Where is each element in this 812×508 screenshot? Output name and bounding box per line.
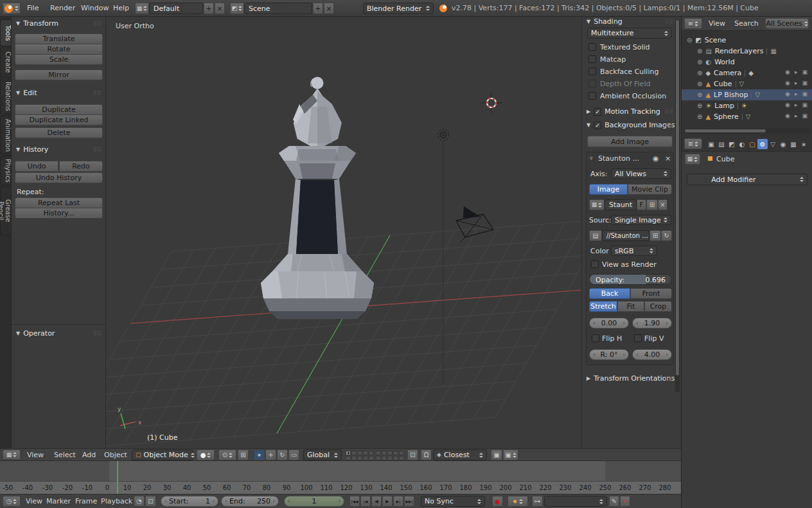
selectability-icon[interactable]: ▸ (795, 91, 798, 97)
fake-user-button[interactable]: F (637, 199, 646, 210)
scene-lock-toggle[interactable]: ⊡ (407, 449, 418, 460)
snap-toggle[interactable]: Ω (421, 449, 432, 460)
timeline-ruler[interactable]: -50-40-30-20-100102030405060708090100110… (0, 481, 681, 494)
tab-physics[interactable]: ∗ (799, 139, 809, 149)
insert-keyframe-button[interactable]: ✎ (609, 496, 619, 507)
screen-layout-browse-button[interactable]: ▦ (135, 3, 149, 14)
panel-grip-icon[interactable]: ⠿⠿ (93, 90, 102, 96)
ambient-occlusion-checkbox[interactable] (588, 92, 596, 100)
menu-search[interactable]: Search (734, 17, 759, 30)
visibility-eye-icon[interactable]: ◉ (785, 91, 790, 97)
end-frame-field[interactable]: ‹ End: 250 › (221, 496, 279, 507)
expand-icon[interactable]: ⊕ (697, 114, 702, 120)
image-path-field[interactable]: //Staunton ... (602, 230, 649, 241)
lamp-object[interactable] (438, 130, 449, 141)
translate-button[interactable]: Translate (15, 33, 103, 44)
blender-splash-icon[interactable] (439, 5, 447, 12)
axis-dropdown[interactable]: All Views (611, 168, 671, 179)
selectability-icon[interactable]: ▸ (795, 102, 798, 108)
shading-panel-header[interactable]: ▼ Shading (587, 17, 622, 26)
menu-view[interactable]: View (26, 494, 42, 508)
panel-grip-icon[interactable]: ⠿⠿ (665, 109, 673, 115)
operator-panel-header[interactable]: ▼ Operator (16, 329, 55, 338)
editor-type-properties-button[interactable]: ≣ (684, 138, 702, 149)
fit-toggle[interactable]: Fit (617, 301, 644, 312)
jump-to-start-button[interactable]: |◀◀ (349, 496, 360, 507)
backface-culling-checkbox[interactable] (588, 68, 596, 75)
stretch-toggle[interactable]: Stretch (589, 301, 617, 312)
renderability-icon[interactable]: ▣ (802, 80, 808, 86)
tab-modifiers[interactable]: ⚙ (757, 139, 768, 149)
textured-solid-checkbox[interactable] (588, 43, 596, 51)
eye-icon[interactable]: ◉ (653, 155, 659, 162)
rotation-field[interactable]: ‹R: 0°› (589, 349, 629, 360)
tab-render[interactable]: ▣ (706, 139, 716, 149)
menu-playback[interactable]: Playback (101, 494, 132, 508)
motion-tracking-checkbox[interactable]: ✓ (594, 108, 601, 116)
image-preview-button[interactable]: ▤ (589, 230, 602, 241)
editor-type-info-button[interactable] (3, 3, 21, 14)
rotate-button[interactable]: Rotate (15, 44, 103, 55)
jump-to-prev-keyframe-button[interactable]: |◀ (360, 496, 371, 507)
layers-widget-group-1[interactable] (346, 451, 374, 460)
chess-bishop-model[interactable] (261, 77, 374, 320)
selectability-icon[interactable]: ▸ (795, 69, 798, 75)
tab-scene[interactable]: ◩ (727, 139, 737, 149)
tab-object[interactable]: ▢ (747, 139, 757, 149)
renderability-icon[interactable]: ▣ (802, 69, 808, 75)
scale-manipulator-toggle[interactable]: ▭ (288, 449, 299, 460)
render-engine-dropdown[interactable]: Blender Render (363, 3, 434, 14)
context-browse-button[interactable]: ▦ (685, 154, 700, 165)
renderability-icon[interactable]: ▣ (802, 91, 808, 97)
image-datablock-field[interactable]: Staunt (605, 199, 637, 210)
toolshelf-tab-tools[interactable]: Tools (0, 19, 12, 46)
scale-button[interactable]: Scale (15, 54, 103, 65)
add-modifier-dropdown[interactable]: Add Modifier (687, 174, 808, 185)
panel-grip-icon[interactable]: ⠿⠿ (93, 147, 102, 153)
shading-mode-dropdown[interactable]: Multitexture (587, 28, 672, 39)
crop-toggle[interactable]: Crop (644, 301, 672, 312)
jump-to-end-button[interactable]: ▶▶| (404, 496, 414, 507)
keying-set-icon-button[interactable]: ⊶ (532, 496, 543, 507)
viewport-canvas[interactable]: x y (106, 17, 581, 448)
3d-cursor[interactable] (481, 93, 502, 113)
active-keying-set-dropdown[interactable] (544, 496, 607, 507)
preview-range-toggle[interactable]: ◔ (134, 496, 145, 507)
pivot-align-toggle[interactable]: ⊞ (238, 449, 249, 460)
panel-grip-icon[interactable]: ⠿⠿ (665, 19, 673, 25)
outliner-row-lp-bishop[interactable]: ⊕ ▲ LP Bishop ▽ ◉ ▸ ▣ (682, 89, 812, 100)
rotate-manipulator-toggle[interactable]: ↻ (277, 449, 288, 460)
auto-keyframe-record-button[interactable]: ● (492, 496, 503, 507)
menu-object[interactable]: Object (104, 449, 127, 461)
depth-of-field-checkbox[interactable] (588, 80, 596, 87)
flip-v-checkbox[interactable] (634, 334, 642, 342)
display-filter-dropdown[interactable]: All Scenes (765, 18, 809, 29)
sync-mode-dropdown[interactable]: No Sync (421, 496, 485, 507)
menu-file[interactable]: File (27, 0, 39, 17)
translate-manipulator-toggle[interactable]: + (265, 449, 276, 460)
add-scene-button[interactable]: + (313, 3, 323, 14)
mode-dropdown[interactable]: ▢ Object Mode (132, 449, 193, 460)
close-layout-button[interactable]: × (215, 3, 225, 14)
visibility-eye-icon[interactable]: ◉ (785, 69, 790, 75)
collapse-icon[interactable]: ⊖ (687, 37, 692, 44)
menu-select[interactable]: Select (54, 449, 76, 461)
tab-material[interactable]: ◉ (778, 139, 788, 149)
panel-grip-icon[interactable]: ⠿⠿ (93, 21, 102, 27)
camera-object[interactable] (456, 206, 493, 242)
image-browse-button[interactable]: ▦ (589, 199, 605, 210)
tab-world[interactable]: ◐ (737, 139, 747, 149)
tab-texture[interactable]: ▦ (788, 139, 799, 149)
toolshelf-tab-relations[interactable]: Relations (0, 78, 12, 114)
item-collapse-icon[interactable]: ▿ (590, 156, 593, 161)
viewport-shading-dropdown[interactable]: ● (197, 449, 215, 460)
menu-frame[interactable]: Frame (75, 494, 97, 508)
undo-history-button[interactable]: Undo History (15, 172, 103, 183)
outliner-row-world[interactable]: ⊕ ◐ World (682, 57, 812, 68)
visibility-eye-icon[interactable]: ◉ (785, 102, 790, 108)
tab-object-data[interactable]: ▽ (768, 139, 778, 149)
outliner-row-renderlayers[interactable]: ⊕ ▤ RenderLayers ▦ (682, 46, 812, 57)
scene-name-field[interactable]: Scene (244, 3, 312, 14)
opengl-render-anim-button[interactable]: ▣ (503, 449, 518, 460)
timeline-area[interactable]: -50-40-30-20-100102030405060708090100110… (0, 461, 681, 494)
